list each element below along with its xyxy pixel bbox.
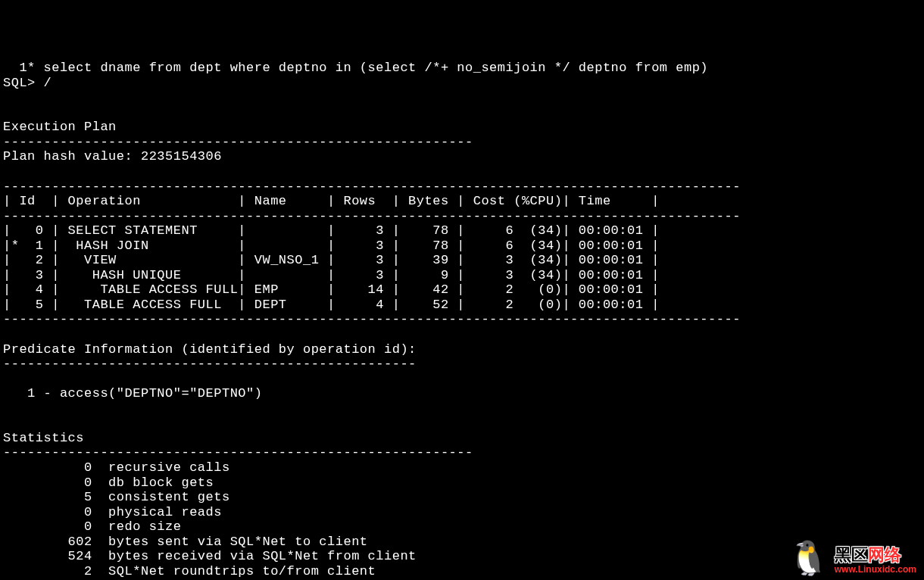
plan-row: | 3 | HASH UNIQUE | | 3 | 9 | 3 (34)| 00… — [3, 268, 660, 282]
watermark-title: 黑区网络 — [835, 545, 901, 564]
table-header-row: | Id | Operation | Name | Rows | Bytes |… — [3, 194, 660, 208]
watermark-text-block: 黑区网络 www.Linuxidc.com — [835, 545, 916, 575]
stat-line: 0 redo size — [3, 519, 181, 534]
separator-line: ----------------------------------------… — [3, 357, 417, 371]
separator-line: ----------------------------------------… — [3, 445, 473, 460]
execution-plan-header: Execution Plan — [3, 120, 117, 134]
plan-row: | 2 | VIEW | VW_NSO_1 | 3 | 39 | 3 (34)|… — [3, 253, 660, 267]
stat-line: 0 recursive calls — [3, 460, 230, 475]
stat-line: 2 SQL*Net roundtrips to/from client — [3, 564, 376, 578]
sql-prompt-line: SQL> / — [3, 76, 52, 90]
statistics-header: Statistics — [3, 431, 84, 445]
separator-line: ----------------------------------------… — [3, 135, 473, 149]
plan-row: | 5 | TABLE ACCESS FULL | DEPT | 4 | 52 … — [3, 298, 660, 312]
plan-row: |* 1 | HASH JOIN | | 3 | 78 | 6 (34)| 00… — [3, 239, 660, 253]
stat-line: 0 db block gets — [3, 476, 214, 490]
sql-query-line: 1* select dname from dept where deptno i… — [3, 61, 708, 75]
tux-penguin-icon: 🐧 — [788, 544, 830, 577]
plan-hash-value: Plan hash value: 2235154306 — [3, 149, 222, 164]
plan-row: | 0 | SELECT STATEMENT | | 3 | 78 | 6 (3… — [3, 223, 660, 238]
predicate-access-line: 1 - access("DEPTNO"="DEPTNO") — [3, 386, 262, 401]
table-border-mid: ----------------------------------------… — [3, 209, 741, 223]
stat-line: 0 physical reads — [3, 505, 222, 519]
table-border-bottom: ----------------------------------------… — [3, 312, 741, 326]
plan-row: | 4 | TABLE ACCESS FULL| EMP | 14 | 42 |… — [3, 282, 660, 297]
watermark: 🐧 黑区网络 www.Linuxidc.com — [788, 544, 916, 577]
stat-line: 602 bytes sent via SQL*Net to client — [3, 535, 368, 549]
stat-line: 524 bytes received via SQL*Net from clie… — [3, 549, 417, 563]
stat-line: 5 consistent gets — [3, 490, 230, 504]
terminal-output: 1* select dname from dept where deptno i… — [3, 61, 921, 580]
predicate-info-header: Predicate Information (identified by ope… — [3, 342, 417, 357]
watermark-url: www.Linuxidc.com — [835, 565, 916, 575]
table-border-top: ----------------------------------------… — [3, 179, 741, 194]
